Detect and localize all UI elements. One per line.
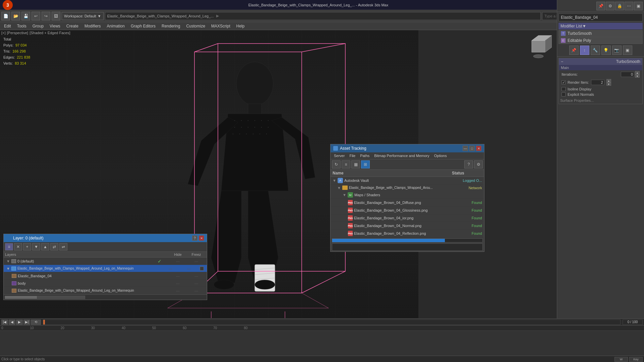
pin-icon-btn[interactable]: 📌 — [569, 46, 579, 55]
save-file-button[interactable]: 💾 — [21, 12, 30, 20]
asset-settings-btn[interactable]: ⚙ — [474, 160, 483, 168]
menu-item-maxscript[interactable]: MAXScript — [209, 22, 233, 30]
asset-menu-bitmap[interactable]: Bitmap Performance and Memory — [372, 153, 431, 158]
menu-item-views[interactable]: Views — [47, 22, 63, 30]
layer-elastic-checkbox[interactable] — [198, 267, 206, 271]
layer-row[interactable]: ▼ Elastic_Bandage_Beige_with_Clamps_Wrap… — [4, 265, 207, 272]
cursor-icon-btn[interactable]: ↕ — [580, 46, 589, 55]
layer-panel-close-btn[interactable]: ✕ — [199, 235, 204, 241]
timeline-scrubber[interactable] — [43, 320, 45, 324]
render-iters-input[interactable] — [591, 80, 604, 85]
asset-panel-min-btn[interactable]: — — [463, 146, 468, 151]
menu-item-rendering[interactable]: Rendering — [159, 22, 183, 30]
modifier-editablepoly[interactable]: E Editable Poly — [559, 37, 643, 44]
menu-item-tools[interactable]: Tools — [14, 22, 29, 30]
redo-button[interactable]: ↪ — [42, 12, 50, 20]
menu-item-group[interactable]: Group — [30, 22, 46, 30]
open-file-button[interactable]: 📂 — [11, 12, 20, 20]
layer-toolbar-delete-btn[interactable]: ✕ — [14, 243, 22, 250]
modifier-list-dropdown[interactable]: Modifier List ▼ — [559, 23, 643, 29]
asset-vault-row[interactable]: ▼ A Autodesk Vault Logged O... — [331, 177, 484, 185]
iterations-input[interactable] — [621, 72, 634, 77]
light-icon-btn[interactable]: 💡 — [601, 46, 611, 55]
timeline-btn-5[interactable]: ⟲ — [31, 319, 41, 325]
timeline-track[interactable] — [43, 319, 621, 325]
iterations-down[interactable]: ▼ — [635, 74, 640, 78]
asset-ior-row[interactable]: PNG Elastic_Bandage_Brown_04_ior.png Fou… — [331, 214, 484, 222]
asset-list-btn[interactable]: ≡ — [342, 160, 350, 168]
asset-panel-max-btn[interactable]: □ — [469, 146, 475, 151]
rp-settings-button[interactable]: ⚙ — [606, 2, 614, 10]
menu-item-animation[interactable]: Animation — [104, 22, 127, 30]
svg-line-50 — [302, 271, 345, 293]
layer-toolbar-up-btn[interactable]: ▲ — [41, 243, 49, 250]
asset-file-row[interactable]: ▼ Elastic_Bandage_Beige_with_Clamps_Wrap… — [331, 185, 484, 191]
menu-item-customize[interactable]: Customize — [183, 22, 208, 30]
asset-help-btn[interactable]: ? — [464, 160, 473, 168]
mannequin-hide: — — [169, 289, 187, 293]
object-name-input[interactable] — [559, 13, 643, 21]
layer-row[interactable]: Elastic_Bandage_Beige_with_Clamps_Wrappe… — [4, 287, 207, 294]
workspace-dropdown[interactable]: Workspace: Default ▼ — [62, 12, 104, 20]
undo-button[interactable]: ↩ — [32, 12, 40, 20]
key-mode-toggle[interactable]: Key — [629, 357, 643, 362]
rp-lock-button[interactable]: 🔒 — [615, 2, 624, 10]
layer-toolbar-down-btn[interactable]: ▼ — [32, 243, 40, 250]
asset-reflection-row[interactable]: PNG Elastic_Bandage_Brown_04_Reflection.… — [331, 230, 484, 237]
rp-more-button[interactable]: ⋯ — [625, 2, 633, 10]
layer-toolbar-menu-btn[interactable]: ≡ — [5, 243, 13, 250]
asset-name-col-header: Name — [333, 171, 452, 175]
viewport-mini-toggle[interactable]: W — [614, 357, 628, 362]
layer-panel-help-btn[interactable]: ? — [192, 235, 197, 241]
asset-grid-btn[interactable]: ▦ — [351, 160, 360, 168]
timeline-btn-4[interactable]: ▶| — [23, 319, 30, 325]
layer-row[interactable]: ▼ 0 (default) ✓ — — — [4, 258, 207, 265]
asset-panel-close-btn[interactable]: ✕ — [476, 146, 481, 151]
extra-icon-btn[interactable]: ▣ — [623, 46, 632, 55]
menu-item-create[interactable]: Create — [64, 22, 81, 30]
timeline-btn-2[interactable]: ◀ — [9, 319, 15, 325]
png-normal-icon: PNG — [348, 223, 353, 228]
modifier-turbosmooth[interactable]: T TurboSmooth — [559, 30, 643, 37]
iterations-up[interactable]: ▲ — [635, 71, 640, 74]
asset-status-bar — [332, 243, 483, 251]
layer-toolbar-add-btn[interactable]: + — [23, 243, 31, 250]
turbosmooth-header[interactable]: − TurboSmooth — [559, 58, 642, 65]
menu-item-modifiers[interactable]: Modifiers — [82, 22, 104, 30]
layer-row[interactable]: Elastic_Bandage_04 — — — [4, 272, 207, 280]
new-file-button[interactable]: 📄 — [1, 12, 10, 20]
layer-toolbar-swap-btn[interactable]: ⇌ — [59, 243, 67, 250]
asset-menu-file[interactable]: File — [347, 153, 357, 158]
render-iters-down[interactable]: ▼ — [606, 82, 611, 86]
asset-refresh-btn[interactable]: ↻ — [332, 160, 341, 168]
explicit-normals-checkbox[interactable] — [562, 92, 566, 96]
isoline-checkbox[interactable] — [562, 87, 566, 91]
layer-row[interactable]: body — — — [4, 280, 207, 287]
menu-item-graph-editors[interactable]: Graph Editors — [128, 22, 158, 30]
asset-detail-btn[interactable]: ⊞ — [361, 160, 370, 168]
timeline-btn-1[interactable]: |◀ — [1, 319, 8, 325]
asset-normal-row[interactable]: PNG Elastic_Bandage_Brown_04_Normal.png … — [331, 222, 484, 230]
menu-item-edit[interactable]: Edit — [1, 22, 14, 30]
wrench-icon-btn[interactable]: 🔧 — [591, 46, 600, 55]
asset-diffuse-row[interactable]: PNG Elastic_Bandage_Brown_04_Diffuse.png… — [331, 199, 484, 207]
asset-toolbar: ↻ ≡ ▦ ⊞ ? ⚙ — [331, 159, 484, 170]
menu-item-help[interactable]: Help — [234, 22, 247, 30]
render-iters-up[interactable]: ▲ — [606, 79, 611, 82]
render-preview-button[interactable]: 🖼 — [52, 12, 60, 20]
normal-name: Elastic_Bandage_Brown_04_Normal.png — [354, 224, 472, 228]
asset-menu-paths[interactable]: Paths — [358, 153, 371, 158]
camera-icon-btn[interactable]: 📷 — [612, 46, 622, 55]
layer-scrollbar[interactable] — [5, 296, 85, 299]
rp-pin-button[interactable]: 📌 — [596, 2, 605, 10]
rp-extra-button[interactable]: ▣ — [634, 2, 643, 10]
layer-toolbar-sort-btn[interactable]: ⇄ — [50, 243, 58, 250]
asset-glossiness-row[interactable]: PNG Elastic_Bandage_Brown_04_Glossiness.… — [331, 207, 484, 214]
asset-menu-options[interactable]: Options — [432, 153, 449, 158]
asset-menu-server[interactable]: Server — [332, 153, 347, 158]
viewport-cube-gizmo[interactable] — [525, 32, 552, 59]
asset-maps-row[interactable]: ▼ M Maps / Shaders — [331, 191, 484, 199]
svg-rect-46 — [218, 44, 345, 271]
render-iters-checkbox[interactable]: ✓ — [562, 80, 566, 84]
timeline-btn-3[interactable]: ▶ — [16, 319, 23, 325]
